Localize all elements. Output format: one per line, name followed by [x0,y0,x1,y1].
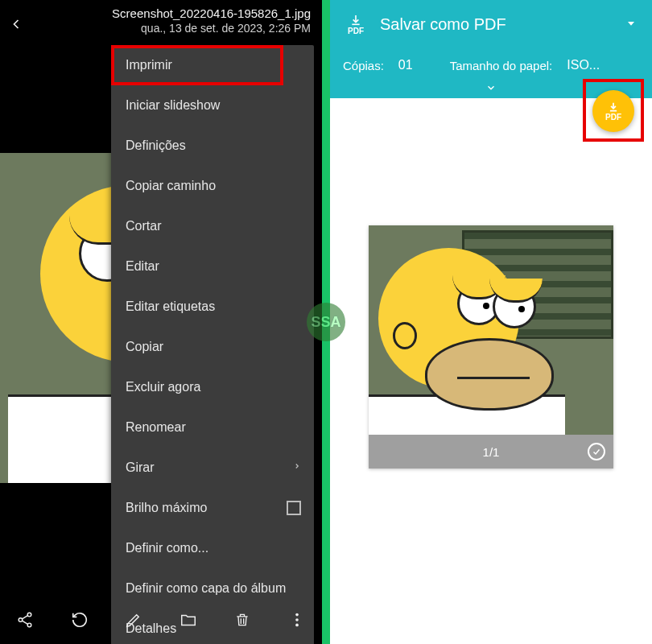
check-icon [592,447,601,456]
menu-item-imprimir[interactable]: Imprimir [111,45,314,85]
edit-button[interactable] [123,609,144,630]
image-preview-sliver[interactable] [0,153,121,483]
trash-icon [234,611,250,629]
viewer-topbar: Screenshot_20220416-195826_1.jpg qua., 1… [0,0,322,48]
file-name: Screenshot_20220416-195826_1.jpg [112,6,311,22]
menu-item-excluir-agora[interactable]: Excluir agora [111,367,314,407]
svg-point-8 [295,618,299,621]
menu-item-editar-etiquetas[interactable]: Editar etiquetas [111,287,314,327]
menu-item-girar[interactable]: Girar [111,448,314,488]
submenu-chevron-icon [293,460,301,475]
file-info: Screenshot_20220416-195826_1.jpg qua., 1… [112,6,311,35]
svg-point-0 [27,613,31,617]
download-icon [607,101,620,113]
save-pdf-fab[interactable]: PDF [592,90,634,132]
viewer-bottombar [0,596,322,644]
page-preview[interactable]: 1/1 [369,225,613,469]
more-button[interactable] [287,609,307,630]
print-options-bar: Cópias: 01 Tamanho do papel: ISO... [330,48,652,82]
context-menu: Imprimir Iniciar slideshow Definições Co… [111,45,314,644]
reload-button[interactable] [69,609,90,630]
menu-item-renomear[interactable]: Renomear [111,407,314,448]
paper-size-label: Tamanho do papel: [450,59,553,72]
move-to-folder-button[interactable] [178,609,199,630]
menu-item-definir-como[interactable]: Definir como... [111,528,314,568]
menu-item-iniciar-slideshow[interactable]: Iniciar slideshow [111,85,314,126]
paper-size-value[interactable]: ISO... [562,58,605,72]
copies-value[interactable]: 01 [394,58,418,72]
share-button[interactable] [14,609,35,630]
menu-item-cortar[interactable]: Cortar [111,206,314,246]
pdf-header[interactable]: PDF Salvar como PDF [330,0,652,48]
svg-line-3 [23,616,28,619]
delete-button[interactable] [232,609,253,630]
svg-point-7 [295,613,299,617]
pdf-icon: PDF [343,14,369,35]
folder-icon [179,611,198,629]
back-arrow-icon [8,16,24,32]
page-indicator: 1/1 [483,445,500,459]
page-selected-toggle[interactable] [588,443,605,460]
page-preview-image [369,225,613,435]
svg-line-4 [23,621,28,624]
more-vert-icon [288,611,306,629]
menu-item-copiar-caminho[interactable]: Copiar caminho [111,166,314,206]
reload-icon [71,611,89,629]
svg-point-2 [27,623,31,627]
svg-marker-11 [628,22,634,26]
destination-dropdown-button[interactable] [625,17,639,31]
image-viewer-screen: Screenshot_20220416-195826_1.jpg qua., 1… [0,0,322,644]
page-indicator-bar: 1/1 [369,435,613,469]
copies-label: Cópias: [343,59,384,72]
svg-point-1 [19,618,23,622]
share-icon [16,611,34,629]
chevron-down-icon [482,82,500,93]
caret-down-icon [625,17,638,30]
pdf-header-title: Salvar como PDF [380,15,625,34]
svg-point-9 [295,624,299,627]
menu-item-definicoes[interactable]: Definições [111,126,314,166]
file-datetime: qua., 13 de set. de 2023, 2:26 PM [112,22,311,36]
checkbox-icon[interactable] [287,501,301,515]
watermark-badge: SSA [307,303,345,341]
menu-item-editar[interactable]: Editar [111,246,314,287]
menu-item-brilho-maximo[interactable]: Brilho máximo [111,488,314,528]
pencil-icon [125,611,142,629]
print-pdf-screen: PDF Salvar como PDF Cópias: 01 Tamanho d… [330,0,652,644]
menu-item-copiar[interactable]: Copiar [111,327,314,367]
back-button[interactable] [6,14,26,34]
